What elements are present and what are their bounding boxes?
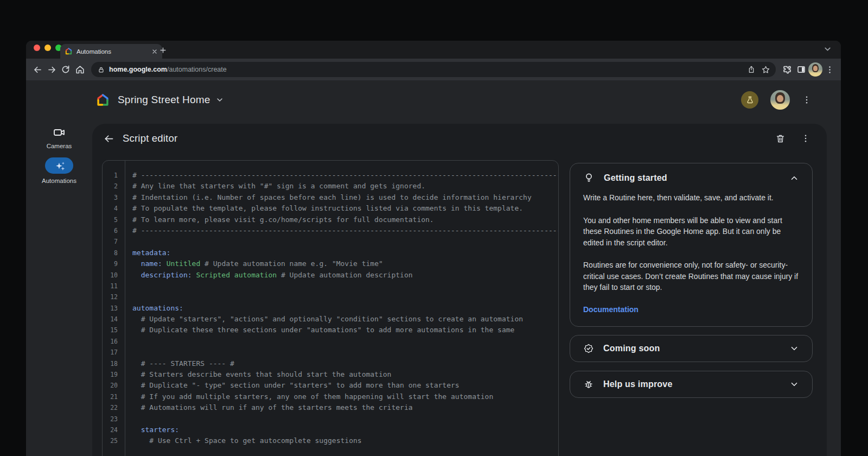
line-number: 11 [103,281,125,292]
bug-icon [583,379,594,390]
code-line[interactable]: # ---- STARTERS ---- # [132,358,558,369]
tab-favicon-home-icon [65,47,73,55]
line-number: 25 [103,435,125,446]
side-panel-icon[interactable] [794,62,808,77]
bookmark-star-icon[interactable] [758,62,773,77]
code-line[interactable]: # Update "starters", "actions" and optio… [132,314,558,325]
help-us-improve-header: Help us improve [583,379,799,390]
line-number: 2 [103,181,125,192]
browser-menu-kebab-icon[interactable] [822,62,837,77]
line-number: 1 [103,170,125,181]
info-cards: Getting started Write a Routine here, th… [570,163,813,398]
coming-soon-title: Coming soon [603,344,780,353]
window-controls [34,45,62,51]
back-button[interactable] [30,62,44,77]
code-line[interactable] [132,414,558,425]
sparkles-icon [54,161,65,171]
code-line[interactable] [132,236,558,247]
minimize-window-button[interactable] [44,45,51,51]
page-title: Script editor [123,132,177,144]
code-line[interactable]: starters: [132,425,558,435]
sidebar-item-automations[interactable]: Automations [42,149,76,184]
code-line[interactable]: # Any line that starters with "#" sign i… [132,181,558,192]
gutter: 1234567891011121314151617181920212223242… [103,161,125,456]
code-line[interactable]: name: Untitled # Update automation name … [132,258,558,269]
line-number: 9 [103,258,125,269]
line-number: 20 [103,380,125,391]
browser-toolbar: home.google.com/automations/create [26,59,841,80]
code-line[interactable]: automations: [132,303,558,314]
sidebar-item-cameras[interactable]: Cameras [47,126,72,149]
line-number: 24 [103,425,125,435]
code-line[interactable]: metadata: [132,248,558,258]
line-number: 17 [103,347,125,358]
tabstrip-chevron-down-icon[interactable] [823,45,832,54]
app-menu-kebab-icon[interactable] [802,95,812,105]
code-line[interactable]: # --------------------------------------… [132,170,558,181]
help-us-improve-title: Help us improve [603,379,780,389]
line-number: 7 [103,236,125,247]
home-button[interactable] [73,62,87,77]
line-number: 12 [103,292,125,302]
collapse-chevron-up-icon[interactable] [789,173,799,183]
getting-started-paragraph-2: You and other home members will be able … [583,215,799,249]
getting-started-header[interactable]: Getting started [583,172,799,183]
code-line[interactable]: # Indentation (i.e. Number of spaces bef… [132,192,558,203]
code-line[interactable] [132,347,558,358]
panel-actions [775,134,810,144]
home-switcher-chevron-down-icon[interactable] [215,96,224,104]
documentation-link[interactable]: Documentation [583,305,639,314]
code-line[interactable]: # To learn more, please visit g.co/home/… [132,214,558,225]
expand-chevron-down-icon[interactable] [789,379,799,389]
account-avatar[interactable] [770,90,790,110]
address-bar[interactable]: home.google.com/automations/create [91,62,776,77]
line-number: 18 [103,358,125,369]
code-line[interactable]: # Automations will run if any of the sta… [132,402,558,413]
code-lines[interactable]: # --------------------------------------… [125,161,558,456]
code-line[interactable] [132,292,558,302]
getting-started-paragraph-3: Routines are for convenience only, not f… [583,259,799,293]
code-line[interactable]: # To populate the template, please follo… [132,203,558,214]
url-text: home.google.com/automations/create [109,66,744,73]
line-number: 14 [103,314,125,325]
new-releases-badge-icon [583,343,594,354]
line-number: 23 [103,414,125,425]
back-arrow-icon[interactable] [100,130,117,147]
line-number: 13 [103,303,125,314]
home-name: Spring Street Home [118,94,210,106]
browser-profile-avatar[interactable] [808,62,822,77]
code-line[interactable]: # If you add multiple starters, any one … [132,391,558,402]
code-line[interactable]: # Starters describe events that should s… [132,369,558,380]
forward-button[interactable] [44,62,59,77]
script-editor[interactable]: 1234567891011121314151617181920212223242… [102,160,559,456]
panel-menu-kebab-icon[interactable] [801,134,810,143]
code-line[interactable]: # Use Ctrl + Space to get autocomplete s… [132,435,558,446]
coming-soon-card[interactable]: Coming soon [570,335,813,362]
line-number: 4 [103,203,125,214]
lock-icon [98,66,105,73]
close-window-button[interactable] [34,45,40,51]
new-tab-button[interactable] [157,45,168,55]
browser-tab-automations[interactable]: Automations [60,44,162,59]
share-icon[interactable] [744,62,758,77]
code-line[interactable]: # --------------------------------------… [132,225,558,236]
code-line[interactable] [132,281,558,292]
line-number: 6 [103,225,125,236]
lightbulb-icon [583,172,595,183]
expand-chevron-down-icon[interactable] [789,344,799,353]
code-line[interactable]: # Duplicate these three sections under "… [132,325,558,335]
delete-trash-icon[interactable] [775,134,786,144]
getting-started-title: Getting started [604,173,780,183]
line-number: 19 [103,369,125,380]
help-us-improve-card[interactable]: Help us improve [570,371,813,398]
code-line[interactable] [132,336,558,347]
code-line[interactable]: # Duplicate "- type" section under "star… [132,380,558,391]
tab-title: Automations [76,48,151,55]
line-number: 10 [103,270,125,281]
extensions-icon[interactable] [780,62,794,77]
line-number: 3 [103,192,125,203]
refresh-button[interactable] [59,62,73,77]
public-preview-flask-icon[interactable] [741,91,758,109]
url-path: /automations/create [167,66,227,73]
code-line[interactable]: description: Scripted automation # Updat… [132,270,558,281]
